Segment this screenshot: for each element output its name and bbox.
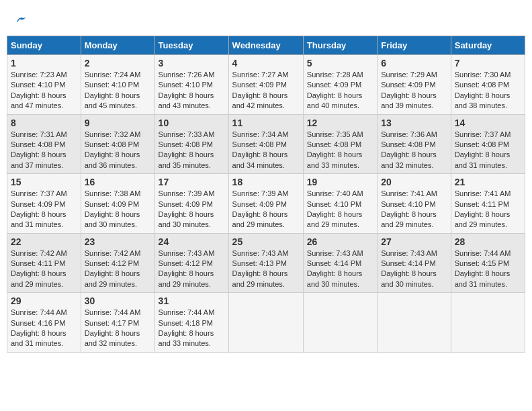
calendar-cell: 1Sunrise: 7:23 AMSunset: 4:10 PMDaylight… <box>7 55 81 115</box>
day-number: 26 <box>307 236 373 247</box>
day-number: 3 <box>159 58 225 68</box>
day-number: 4 <box>232 58 300 68</box>
calendar-table: SundayMondayTuesdayWednesdayThursdayFrid… <box>7 36 525 353</box>
calendar-cell: 14Sunrise: 7:37 AMSunset: 4:08 PMDayligh… <box>451 114 525 174</box>
day-info: Sunrise: 7:36 AMSunset: 4:08 PMDaylight:… <box>381 130 447 171</box>
day-info: Sunrise: 7:42 AMSunset: 4:12 PMDaylight:… <box>85 248 151 290</box>
calendar-cell: 2Sunrise: 7:24 AMSunset: 4:10 PMDaylight… <box>81 55 154 115</box>
day-number: 21 <box>455 177 521 187</box>
day-header-friday: Friday <box>378 36 451 55</box>
day-number: 25 <box>232 236 300 247</box>
calendar-week-row: 1Sunrise: 7:23 AMSunset: 4:10 PMDaylight… <box>7 55 525 115</box>
day-info: Sunrise: 7:31 AMSunset: 4:08 PMDaylight:… <box>11 130 77 171</box>
day-info: Sunrise: 7:29 AMSunset: 4:09 PMDaylight:… <box>381 70 447 111</box>
day-number: 2 <box>85 58 151 68</box>
day-number: 14 <box>455 118 521 128</box>
day-info: Sunrise: 7:37 AMSunset: 4:08 PMDaylight:… <box>455 130 521 171</box>
day-info: Sunrise: 7:39 AMSunset: 4:09 PMDaylight:… <box>159 189 225 230</box>
day-number: 30 <box>85 295 151 306</box>
day-info: Sunrise: 7:26 AMSunset: 4:10 PMDaylight:… <box>159 70 225 111</box>
day-number: 17 <box>159 177 225 187</box>
calendar-cell: 27Sunrise: 7:43 AMSunset: 4:14 PMDayligh… <box>378 233 451 293</box>
day-number: 20 <box>381 177 447 187</box>
day-number: 13 <box>381 118 447 128</box>
calendar-cell: 26Sunrise: 7:43 AMSunset: 4:14 PMDayligh… <box>303 233 377 293</box>
calendar-body: 1Sunrise: 7:23 AMSunset: 4:10 PMDaylight… <box>7 55 525 353</box>
day-info: Sunrise: 7:28 AMSunset: 4:09 PMDaylight:… <box>307 70 373 111</box>
day-number: 5 <box>307 58 373 68</box>
calendar-header-row: SundayMondayTuesdayWednesdayThursdayFrid… <box>7 36 525 55</box>
day-number: 27 <box>381 236 447 247</box>
calendar-cell: 30Sunrise: 7:44 AMSunset: 4:17 PMDayligh… <box>81 293 154 353</box>
calendar-cell: 3Sunrise: 7:26 AMSunset: 4:10 PMDaylight… <box>154 55 228 115</box>
day-header-monday: Monday <box>81 36 154 55</box>
calendar-cell: 22Sunrise: 7:42 AMSunset: 4:11 PMDayligh… <box>7 233 81 293</box>
calendar-week-row: 15Sunrise: 7:37 AMSunset: 4:09 PMDayligh… <box>7 174 525 234</box>
calendar-cell: 18Sunrise: 7:39 AMSunset: 4:09 PMDayligh… <box>228 174 303 234</box>
day-number: 12 <box>307 118 373 128</box>
day-info: Sunrise: 7:44 AMSunset: 4:16 PMDaylight:… <box>11 308 77 349</box>
calendar-week-row: 29Sunrise: 7:44 AMSunset: 4:16 PMDayligh… <box>7 293 525 353</box>
calendar-cell: 19Sunrise: 7:40 AMSunset: 4:10 PMDayligh… <box>303 174 377 234</box>
day-info: Sunrise: 7:42 AMSunset: 4:11 PMDaylight:… <box>11 248 77 290</box>
day-number: 29 <box>11 295 77 306</box>
day-info: Sunrise: 7:44 AMSunset: 4:18 PMDaylight:… <box>159 308 225 349</box>
day-number: 18 <box>232 177 300 187</box>
calendar-cell: 24Sunrise: 7:43 AMSunset: 4:12 PMDayligh… <box>154 233 228 293</box>
day-number: 22 <box>11 236 77 247</box>
day-info: Sunrise: 7:35 AMSunset: 4:08 PMDaylight:… <box>307 130 373 171</box>
calendar-cell: 10Sunrise: 7:33 AMSunset: 4:08 PMDayligh… <box>154 114 228 174</box>
calendar-cell: 15Sunrise: 7:37 AMSunset: 4:09 PMDayligh… <box>7 174 81 234</box>
day-info: Sunrise: 7:43 AMSunset: 4:12 PMDaylight:… <box>159 248 225 290</box>
calendar-cell: 5Sunrise: 7:28 AMSunset: 4:09 PMDaylight… <box>303 55 377 115</box>
day-number: 23 <box>85 236 151 247</box>
calendar-cell: 17Sunrise: 7:39 AMSunset: 4:09 PMDayligh… <box>154 174 228 234</box>
day-info: Sunrise: 7:34 AMSunset: 4:08 PMDaylight:… <box>232 130 300 171</box>
calendar-cell: 31Sunrise: 7:44 AMSunset: 4:18 PMDayligh… <box>154 293 228 353</box>
day-number: 24 <box>159 236 225 247</box>
day-number: 16 <box>85 177 151 187</box>
day-info: Sunrise: 7:39 AMSunset: 4:09 PMDaylight:… <box>232 189 300 230</box>
day-number: 9 <box>85 118 151 128</box>
day-header-sunday: Sunday <box>7 36 81 55</box>
day-number: 28 <box>455 236 521 247</box>
day-info: Sunrise: 7:43 AMSunset: 4:14 PMDaylight:… <box>381 248 447 290</box>
calendar-cell: 29Sunrise: 7:44 AMSunset: 4:16 PMDayligh… <box>7 293 81 353</box>
calendar-cell <box>378 293 451 353</box>
day-info: Sunrise: 7:40 AMSunset: 4:10 PMDaylight:… <box>307 189 373 230</box>
day-info: Sunrise: 7:43 AMSunset: 4:13 PMDaylight:… <box>232 248 300 290</box>
day-number: 19 <box>307 177 373 187</box>
calendar-cell: 25Sunrise: 7:43 AMSunset: 4:13 PMDayligh… <box>228 233 303 293</box>
day-header-thursday: Thursday <box>303 36 377 55</box>
day-number: 7 <box>455 58 521 68</box>
logo <box>13 13 27 26</box>
day-info: Sunrise: 7:32 AMSunset: 4:08 PMDaylight:… <box>85 130 151 171</box>
day-info: Sunrise: 7:33 AMSunset: 4:08 PMDaylight:… <box>159 130 225 171</box>
day-info: Sunrise: 7:44 AMSunset: 4:15 PMDaylight:… <box>455 248 521 290</box>
calendar-cell: 11Sunrise: 7:34 AMSunset: 4:08 PMDayligh… <box>228 114 303 174</box>
calendar-cell <box>228 293 303 353</box>
calendar-week-row: 8Sunrise: 7:31 AMSunset: 4:08 PMDaylight… <box>7 114 525 174</box>
day-header-wednesday: Wednesday <box>228 36 303 55</box>
calendar-cell: 6Sunrise: 7:29 AMSunset: 4:09 PMDaylight… <box>378 55 451 115</box>
calendar-cell: 7Sunrise: 7:30 AMSunset: 4:08 PMDaylight… <box>451 55 525 115</box>
calendar-cell <box>303 293 377 353</box>
day-info: Sunrise: 7:37 AMSunset: 4:09 PMDaylight:… <box>11 189 77 230</box>
calendar-cell <box>451 293 525 353</box>
day-number: 10 <box>159 118 225 128</box>
day-info: Sunrise: 7:24 AMSunset: 4:10 PMDaylight:… <box>85 70 151 111</box>
day-header-saturday: Saturday <box>451 36 525 55</box>
calendar-cell: 13Sunrise: 7:36 AMSunset: 4:08 PMDayligh… <box>378 114 451 174</box>
calendar-cell: 16Sunrise: 7:38 AMSunset: 4:09 PMDayligh… <box>81 174 154 234</box>
logo-bird-icon <box>15 13 27 26</box>
calendar-cell: 21Sunrise: 7:41 AMSunset: 4:11 PMDayligh… <box>451 174 525 234</box>
page-header <box>7 7 525 29</box>
day-info: Sunrise: 7:38 AMSunset: 4:09 PMDaylight:… <box>85 189 151 230</box>
day-header-tuesday: Tuesday <box>154 36 228 55</box>
day-info: Sunrise: 7:23 AMSunset: 4:10 PMDaylight:… <box>11 70 77 111</box>
day-number: 1 <box>11 58 77 68</box>
day-info: Sunrise: 7:27 AMSunset: 4:09 PMDaylight:… <box>232 70 300 111</box>
day-number: 31 <box>159 295 225 306</box>
calendar-cell: 9Sunrise: 7:32 AMSunset: 4:08 PMDaylight… <box>81 114 154 174</box>
day-number: 15 <box>11 177 77 187</box>
